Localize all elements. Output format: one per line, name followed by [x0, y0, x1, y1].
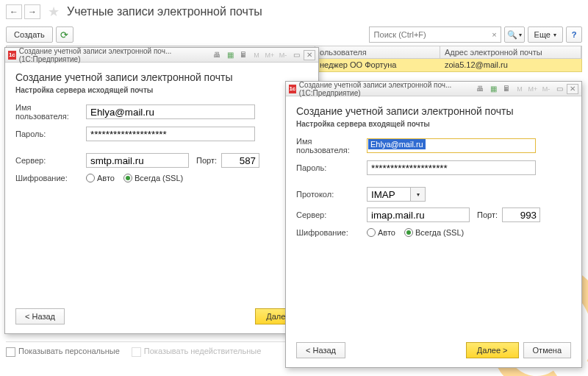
search-icon: 🔍: [507, 30, 517, 40]
m-plus-icon[interactable]: M+: [527, 84, 539, 94]
m-icon[interactable]: M: [514, 84, 526, 94]
radio-auto-label[interactable]: Авто: [378, 228, 395, 237]
close-icon[interactable]: ✕: [304, 50, 315, 60]
username-input[interactable]: [86, 104, 255, 119]
password-input[interactable]: [86, 127, 255, 141]
encryption-label: Шифрование:: [296, 228, 367, 237]
help-button[interactable]: ?: [566, 26, 582, 43]
column-email[interactable]: Адрес электронной почты: [440, 46, 581, 58]
more-button[interactable]: Еще▾: [528, 26, 563, 43]
minimize-icon[interactable]: ▭: [290, 50, 302, 60]
server-label: Сервер:: [296, 210, 367, 219]
app-icon: 1c: [8, 51, 16, 60]
nav-forward-button[interactable]: [24, 4, 40, 19]
create-button[interactable]: Создать: [6, 26, 53, 43]
radio-always-label[interactable]: Всегда (SSL): [415, 228, 464, 237]
chevron-down-icon[interactable]: ▾: [411, 187, 426, 202]
cell-user: неджер ОО Фортуна: [315, 59, 440, 71]
username-input[interactable]: Ehlya@mail.ru: [368, 139, 426, 149]
calc-icon[interactable]: 🖩: [237, 50, 249, 60]
search-menu-button[interactable]: 🔍▾: [504, 26, 525, 43]
chevron-down-icon: ▾: [519, 32, 522, 38]
search-box[interactable]: ×: [369, 26, 501, 43]
column-user[interactable]: ользователя: [315, 46, 440, 58]
chevron-down-icon: ▾: [553, 32, 556, 38]
dialog-heading: Создание учетной записи электронной почт…: [296, 105, 571, 117]
toolbar-icon[interactable]: ▦: [224, 50, 236, 60]
cancel-button[interactable]: Отмена: [523, 342, 571, 358]
username-label: Имя пользователя:: [296, 137, 367, 155]
back-button[interactable]: < Назад: [15, 308, 65, 324]
port-label: Порт:: [196, 156, 217, 165]
m-minus-icon[interactable]: M-: [540, 84, 552, 94]
server-input[interactable]: [367, 207, 470, 222]
show-personal-checkbox[interactable]: Показывать персональные: [6, 347, 120, 357]
favorite-star-icon[interactable]: [47, 5, 60, 18]
show-invalid-checkbox: Показывать недействительные: [132, 347, 262, 357]
server-input[interactable]: [86, 153, 189, 168]
protocol-label: Протокол:: [296, 190, 367, 199]
print-icon[interactable]: 🖶: [211, 50, 223, 60]
radio-auto[interactable]: [367, 228, 376, 237]
password-label: Пароль:: [296, 163, 367, 172]
radio-always[interactable]: [123, 174, 132, 182]
m-plus-icon[interactable]: M+: [264, 50, 276, 60]
window-title: Создание учетной записи электронной поч.…: [19, 47, 211, 63]
m-minus-icon[interactable]: M-: [277, 50, 289, 60]
radio-always[interactable]: [404, 228, 413, 237]
refresh-icon: ⟳: [60, 29, 68, 40]
dialog-titlebar[interactable]: 1c Создание учетной записи электронной п…: [5, 48, 318, 63]
next-button[interactable]: Далее >: [466, 342, 519, 358]
back-button[interactable]: < Назад: [296, 342, 345, 358]
dialog-outgoing: 1c Создание учетной записи электронной п…: [4, 47, 319, 334]
dialog-titlebar[interactable]: 1c Создание учетной записи электронной п…: [286, 82, 581, 96]
port-label: Порт:: [477, 210, 498, 219]
dialog-subtitle: Настройка сервера входящей почты: [296, 120, 571, 128]
radio-always-label[interactable]: Всегда (SSL): [135, 174, 183, 182]
nav-back-button[interactable]: [6, 4, 22, 19]
calc-icon[interactable]: 🖩: [501, 84, 512, 94]
search-input[interactable]: [370, 30, 489, 39]
search-clear-icon[interactable]: ×: [488, 30, 500, 39]
dialog-heading: Создание учетной записи электронной почт…: [15, 71, 308, 83]
app-icon: 1c: [289, 85, 296, 93]
refresh-button[interactable]: ⟳: [56, 26, 74, 43]
port-input[interactable]: [221, 153, 259, 168]
close-icon[interactable]: ✕: [567, 84, 578, 94]
protocol-select[interactable]: ▾: [367, 187, 426, 202]
radio-auto[interactable]: [86, 174, 95, 182]
print-icon[interactable]: 🖶: [474, 84, 486, 94]
encryption-label: Шифрование:: [15, 174, 86, 182]
username-label: Имя пользователя:: [15, 103, 86, 121]
m-icon[interactable]: M: [251, 50, 262, 60]
dialog-incoming: 1c Создание учетной записи электронной п…: [285, 81, 582, 368]
dialog-subtitle: Настройка сервера исходящей почты: [15, 86, 308, 94]
password-label: Пароль:: [15, 130, 86, 138]
minimize-icon[interactable]: ▭: [553, 84, 565, 94]
password-input[interactable]: [367, 160, 536, 175]
toolbar-icon[interactable]: ▦: [487, 84, 499, 94]
port-input[interactable]: [502, 207, 540, 222]
window-title: Создание учетной записи электронной поч.…: [299, 81, 474, 97]
page-title: Учетные записи электронной почты: [67, 5, 262, 18]
server-label: Сервер:: [15, 156, 86, 165]
cell-email: zoia5.12@mail.ru: [440, 59, 581, 71]
radio-auto-label[interactable]: Авто: [97, 174, 115, 182]
